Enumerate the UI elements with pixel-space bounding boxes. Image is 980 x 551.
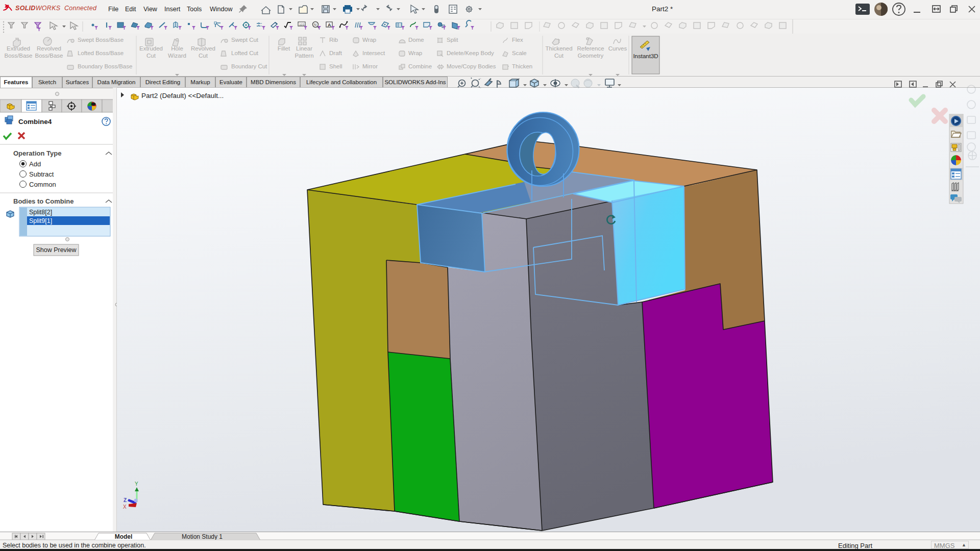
svg-text:Draft: Draft [329, 50, 342, 56]
svg-text:103: 103 [299, 23, 305, 26]
svg-text:Shell: Shell [329, 63, 342, 69]
svg-text:Curves: Curves [608, 45, 627, 52]
svg-text:Delete/Keep Body: Delete/Keep Body [447, 50, 494, 56]
svg-text:Operation Type: Operation Type [13, 149, 61, 157]
svg-text:Cut: Cut [146, 53, 156, 59]
svg-text:Thicken: Thicken [512, 63, 532, 69]
svg-text:Combine: Combine [408, 63, 432, 69]
svg-text:Wrap: Wrap [408, 50, 422, 56]
svg-text:Lofted Boss/Base: Lofted Boss/Base [78, 50, 124, 56]
svg-text:X: X [123, 504, 127, 510]
svg-text:Scale: Scale [512, 50, 527, 56]
svg-text:Combine4: Combine4 [18, 118, 52, 126]
svg-text:Split8[2]: Split8[2] [29, 209, 52, 216]
svg-text:Wrap: Wrap [362, 37, 376, 43]
svg-text:Add: Add [29, 160, 41, 168]
svg-text:Model: Model [115, 533, 133, 540]
svg-text:A: A [328, 22, 331, 28]
svg-text:Lofted Cut: Lofted Cut [231, 50, 259, 56]
svg-text:Motion Study 1: Motion Study 1 [182, 533, 223, 540]
svg-text:Split9[1]: Split9[1] [29, 217, 52, 224]
svg-text:Subtract: Subtract [29, 170, 54, 178]
svg-text:Rib: Rib [329, 37, 338, 43]
svg-text:Extruded: Extruded [139, 45, 163, 52]
svg-text:Z: Z [124, 497, 127, 503]
svg-text:Split: Split [447, 37, 458, 43]
svg-text:Pattern: Pattern [295, 53, 313, 59]
svg-text:Move/Copy Bodies: Move/Copy Bodies [447, 63, 496, 69]
svg-text:Fillet: Fillet [278, 45, 290, 52]
svg-text:Reference: Reference [577, 45, 604, 52]
svg-text:Flex: Flex [512, 37, 523, 43]
svg-text:Dome: Dome [408, 37, 424, 43]
svg-text:Boundary Boss/Base: Boundary Boss/Base [78, 63, 132, 69]
svg-text:Swept Boss/Base: Swept Boss/Base [78, 37, 124, 43]
svg-text:Part2 (Default) <<Default...: Part2 (Default) <<Default... [141, 92, 224, 99]
svg-text:Mirror: Mirror [362, 63, 378, 69]
svg-text:Instant3D: Instant3D [633, 53, 658, 59]
svg-text:Revolved: Revolved [191, 45, 215, 52]
svg-text:Boundary Cut: Boundary Cut [231, 63, 267, 69]
svg-text:Geometry: Geometry [578, 53, 604, 59]
svg-text:Common: Common [29, 181, 56, 188]
svg-text:N: N [314, 23, 316, 27]
svg-text:Y: Y [135, 481, 138, 487]
svg-text:Cut: Cut [199, 53, 208, 59]
svg-text:Linear: Linear [296, 45, 312, 52]
svg-text:Thickened: Thickened [545, 45, 572, 52]
svg-text:Wizard: Wizard [168, 53, 186, 59]
svg-text:Cut: Cut [554, 53, 564, 59]
svg-text:Boss/Base: Boss/Base [35, 53, 63, 59]
svg-text:Bodies to Combine: Bodies to Combine [13, 197, 74, 205]
svg-text:Show Preview: Show Preview [36, 246, 77, 254]
svg-text:Swept Cut: Swept Cut [231, 37, 259, 43]
svg-text:Boss/Base: Boss/Base [5, 53, 33, 59]
svg-text:Intersect: Intersect [362, 50, 385, 56]
svg-text:Revolved: Revolved [37, 45, 61, 52]
